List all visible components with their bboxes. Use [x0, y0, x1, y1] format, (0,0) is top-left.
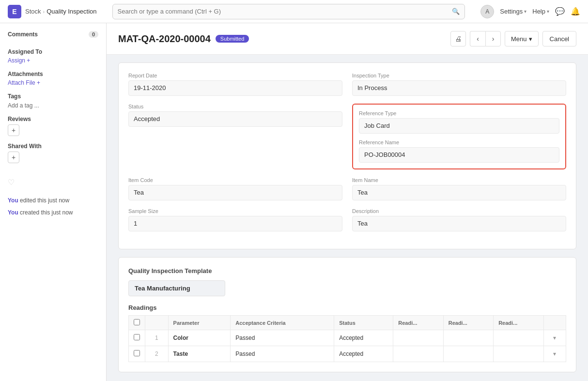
tags-label: Tags: [8, 93, 98, 100]
col-reading2: Readi...: [443, 316, 493, 330]
chat-icon[interactable]: 💬: [555, 7, 565, 16]
add-review-button[interactable]: +: [8, 124, 19, 136]
sample-size-value: 1: [128, 216, 342, 231]
report-date-group: Report Date 19-11-2020: [128, 73, 342, 96]
sidebar-shared-section: Shared With +: [8, 143, 98, 163]
nav-arrows: ‹ ›: [470, 31, 501, 46]
description-value: Tea: [352, 216, 566, 231]
select-all-checkbox[interactable]: [134, 319, 140, 325]
settings-button[interactable]: Settings ▾: [500, 8, 526, 15]
status-badge: Submitted: [216, 35, 249, 43]
col-status: Status: [334, 316, 393, 330]
breadcrumb-current: Quality Inspection: [46, 8, 96, 15]
row-1-acceptance: Passed: [231, 330, 334, 346]
help-button[interactable]: Help ▾: [532, 8, 549, 15]
template-label: Quality Inspection Template: [128, 267, 566, 274]
form-row-3: Item Code Tea Item Name Tea: [128, 177, 566, 200]
main-content: MAT-QA-2020-00004 Submitted 🖨 ‹ › Menu ▾…: [107, 23, 588, 381]
reference-type-label: Reference Type: [359, 110, 559, 116]
inspection-type-group: Inspection Type In Process: [352, 73, 566, 96]
breadcrumb-stock[interactable]: Stock: [25, 8, 41, 15]
activity-created: You created this just now: [8, 209, 98, 217]
add-shared-button[interactable]: +: [8, 152, 19, 163]
add-tag-text[interactable]: Add a tag ...: [8, 102, 39, 109]
form-section-main: Report Date 19-11-2020 Inspection Type I…: [118, 62, 576, 249]
reference-highlight-box: Reference Type Job Card Reference Name P…: [352, 104, 566, 169]
row-2-acceptance: Passed: [231, 346, 334, 362]
app-icon[interactable]: E: [8, 5, 21, 18]
table-row: 1 Color Passed Accepted ▾: [129, 330, 566, 346]
doc-title: MAT-QA-2020-00004 Submitted: [118, 33, 249, 45]
col-checkbox: [129, 316, 145, 330]
reference-name-label: Reference Name: [359, 139, 559, 145]
assign-link[interactable]: Assign +: [8, 57, 98, 64]
item-code-value: Tea: [128, 185, 342, 200]
row-1-checkbox[interactable]: [134, 334, 140, 340]
row-1-dropdown[interactable]: ▾: [543, 330, 566, 346]
row-1-parameter: Color: [168, 330, 231, 346]
settings-caret: ▾: [524, 9, 526, 14]
row-1-status: Accepted: [334, 330, 393, 346]
search-bar[interactable]: 🔍: [112, 4, 465, 19]
status-group: Status Accepted: [128, 104, 342, 169]
cancel-button[interactable]: Cancel: [542, 31, 576, 46]
description-group: Description Tea: [352, 208, 566, 231]
description-label: Description: [352, 208, 566, 214]
row-2-status: Accepted: [334, 346, 393, 362]
sample-size-label: Sample Size: [128, 208, 342, 214]
nav-right: A Settings ▾ Help ▾ 💬 🔔: [480, 5, 580, 18]
row-1-num: 1: [145, 330, 169, 346]
assigned-to-label: Assigned To: [8, 48, 98, 55]
status-value: Accepted: [128, 111, 342, 127]
row-1-reading1: [393, 330, 443, 346]
search-icon: 🔍: [452, 8, 460, 15]
menu-button[interactable]: Menu ▾: [505, 31, 539, 46]
sidebar-tags-section: Tags Add a tag ...: [8, 93, 98, 109]
col-parameter: Parameter: [168, 316, 231, 330]
menu-caret: ▾: [529, 35, 532, 43]
header-actions: 🖨 ‹ › Menu ▾ Cancel: [450, 31, 576, 46]
sidebar-comments-section: Comments 0: [8, 31, 98, 41]
status-label: Status: [128, 104, 342, 109]
sidebar-attachments-section: Attachments Attach File +: [8, 71, 98, 86]
print-button[interactable]: 🖨: [450, 31, 466, 46]
row-1-reading2: [443, 330, 493, 346]
report-date-value: 19-11-2020: [128, 80, 342, 96]
col-reading1: Readi...: [393, 316, 443, 330]
prev-button[interactable]: ‹: [470, 31, 485, 46]
table-section: Quality Inspection Template Tea Manufact…: [118, 257, 576, 372]
inspection-type-label: Inspection Type: [352, 73, 566, 78]
readings-table: Parameter Acceptance Criteria Status Rea…: [128, 315, 566, 362]
row-1-reading3: [494, 330, 543, 346]
next-button[interactable]: ›: [485, 31, 501, 46]
item-name-group: Item Name Tea: [352, 177, 566, 200]
form-row-1: Report Date 19-11-2020 Inspection Type I…: [128, 73, 566, 96]
report-date-label: Report Date: [128, 73, 342, 78]
comments-label: Comments: [8, 31, 38, 38]
row-2-checkbox[interactable]: [134, 350, 140, 356]
sidebar-reviews-section: Reviews +: [8, 116, 98, 136]
col-num: [145, 316, 169, 330]
activity-edited: You edited this just now: [8, 197, 98, 205]
attach-file-link[interactable]: Attach File +: [8, 79, 98, 86]
item-name-value: Tea: [352, 185, 566, 200]
inspection-type-value: In Process: [352, 80, 566, 96]
table-row: 2 Taste Passed Accepted ▾: [129, 346, 566, 362]
search-input[interactable]: [118, 8, 450, 15]
row-2-parameter: Taste: [168, 346, 231, 362]
template-value: Tea Manufacturing: [128, 280, 225, 296]
item-name-label: Item Name: [352, 177, 566, 183]
reference-group: Reference Type Job Card Reference Name P…: [352, 104, 566, 169]
readings-label: Readings: [128, 304, 566, 311]
reference-name-value: PO-JOB00004: [359, 147, 559, 163]
bell-icon[interactable]: 🔔: [571, 7, 580, 16]
comments-badge: 0: [89, 31, 98, 38]
form-row-4: Sample Size 1 Description Tea: [128, 208, 566, 231]
attachments-label: Attachments: [8, 71, 98, 77]
row-2-dropdown[interactable]: ▾: [543, 346, 566, 362]
col-reading3: Readi...: [494, 316, 543, 330]
page-header: MAT-QA-2020-00004 Submitted 🖨 ‹ › Menu ▾…: [107, 23, 588, 55]
heart-icon[interactable]: ♡: [8, 178, 98, 187]
reviews-label: Reviews: [8, 116, 98, 122]
form-row-2: Status Accepted Reference Type Job Card …: [128, 104, 566, 169]
